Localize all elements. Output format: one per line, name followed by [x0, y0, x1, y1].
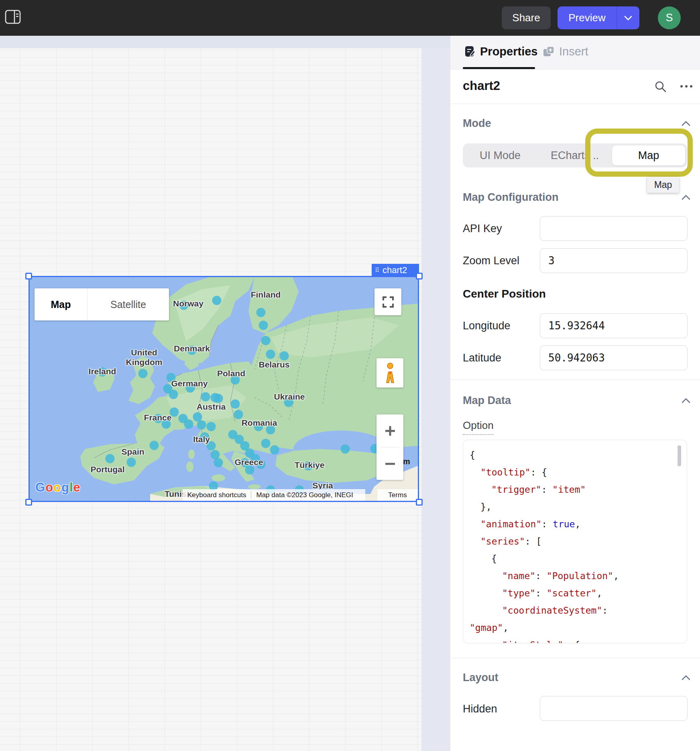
mode-option-echarts[interactable]: ECharts .. — [537, 149, 612, 162]
mode-section-header: Mode — [463, 117, 491, 130]
mode-option-map[interactable]: Map — [612, 145, 685, 165]
google-logo-letter: l — [69, 480, 73, 494]
resize-handle-bottom-right[interactable] — [416, 499, 423, 506]
user-avatar[interactable]: S — [658, 6, 681, 29]
tab-insert-label: Insert — [559, 45, 588, 58]
code-line: { — [470, 550, 687, 567]
terms-link[interactable]: Terms — [388, 491, 407, 499]
divider — [450, 104, 700, 104]
map-widget[interactable]: FinlandNorwayDenmarkUnited KingdomIrelan… — [28, 276, 419, 502]
chevron-down-icon — [624, 16, 632, 20]
scale-bar-label: m — [403, 457, 410, 466]
code-scrollbar-thumb[interactable] — [678, 445, 681, 466]
resize-handle-bottom-left[interactable] — [25, 499, 32, 506]
latitude-input[interactable] — [540, 345, 688, 370]
code-line: "series": [ — [470, 533, 687, 550]
preview-button[interactable]: Preview — [558, 6, 617, 29]
divider — [450, 658, 700, 658]
zoom-level-label: Zoom Level — [463, 255, 519, 267]
code-line: "type": "scatter", — [470, 585, 687, 602]
resize-handle-top-left[interactable] — [25, 273, 32, 280]
code-line: "animation": true, — [470, 516, 687, 533]
scatter-dot — [254, 422, 263, 431]
scatter-dot — [187, 346, 197, 355]
share-button[interactable]: Share — [502, 6, 551, 29]
google-logo-letter: g — [61, 480, 69, 494]
mode-segmented-control: UI Mode ECharts .. Map — [463, 143, 687, 167]
scatter-dot — [179, 301, 189, 310]
scatter-dot — [127, 458, 136, 467]
api-key-label: API Key — [463, 222, 502, 235]
active-tab-underline — [463, 67, 535, 69]
canvas-top-margin — [0, 36, 450, 48]
scatter-dot — [231, 376, 240, 385]
zoom-in-button[interactable] — [376, 414, 403, 447]
terms-bar: Terms — [377, 489, 418, 501]
collapse-chevron-icon[interactable] — [682, 675, 690, 680]
scatter-dot — [280, 351, 289, 361]
keyboard-shortcuts-link[interactable]: Keyboard shortcuts — [183, 491, 251, 499]
scatter-dot — [207, 422, 216, 431]
search-icon[interactable] — [654, 80, 666, 92]
code-line: }, — [470, 498, 687, 516]
attribution-bar: Keyboard shortcuts Map data ©2023 Google… — [183, 489, 365, 501]
hidden-input[interactable] — [540, 696, 688, 721]
latitude-label: Latitude — [463, 352, 501, 364]
code-line: { — [470, 447, 687, 464]
pegman-icon — [383, 363, 397, 384]
sidebar-toggle-icon[interactable] — [5, 10, 21, 24]
drag-handle-icon: ⠿ — [375, 267, 380, 274]
tab-properties[interactable]: Properties — [465, 45, 537, 58]
code-line: "gmap", — [470, 619, 687, 637]
map-type-map-button[interactable]: Map — [35, 288, 88, 320]
code-line: "tooltip": { — [470, 464, 687, 481]
google-logo-letter: o — [45, 480, 53, 494]
preview-dropdown-button[interactable] — [617, 6, 639, 29]
google-logo[interactable]: Google — [35, 480, 81, 495]
collapse-chevron-icon[interactable] — [682, 120, 690, 126]
collapse-chevron-icon[interactable] — [682, 194, 690, 200]
mode-option-ui[interactable]: UI Mode — [463, 149, 537, 162]
top-bar: Share Preview S — [0, 0, 700, 36]
properties-icon — [465, 46, 476, 58]
map-type-control: Map Satellite — [35, 288, 169, 320]
pegman-button[interactable] — [376, 358, 403, 388]
option-label: Option — [463, 419, 494, 435]
google-logo-letter: e — [73, 480, 81, 494]
scatter-dot — [197, 420, 206, 430]
api-key-input[interactable] — [540, 216, 688, 241]
hidden-label: Hidden — [463, 703, 497, 715]
plus-icon — [384, 425, 396, 437]
chart-drag-badge[interactable]: ⠿ chart2 — [372, 264, 419, 276]
collapse-chevron-icon[interactable] — [682, 398, 690, 403]
zoom-out-button[interactable] — [376, 447, 403, 480]
tab-insert[interactable]: Insert — [543, 45, 588, 58]
code-line: "trigger": "item" — [470, 481, 687, 498]
scatter-dot — [186, 384, 195, 393]
scatter-dot — [200, 433, 210, 442]
scatter-dot — [169, 390, 178, 399]
center-position-header: Center Position — [463, 288, 546, 300]
zoom-level-input[interactable] — [540, 248, 688, 273]
scatter-dot — [284, 398, 293, 407]
scatter-dot — [207, 441, 216, 451]
scatter-dot — [231, 400, 240, 409]
scatter-dot — [259, 321, 268, 330]
longitude-input[interactable] — [540, 313, 688, 338]
more-options-icon[interactable] — [680, 84, 693, 88]
option-code-editor[interactable]: {"tooltip": {"trigger": "item"},"animati… — [463, 440, 687, 643]
scatter-dot — [211, 393, 220, 402]
scatter-dot — [167, 373, 176, 382]
minus-icon — [384, 458, 396, 470]
scatter-dot — [304, 461, 313, 471]
scatter-dot — [138, 369, 148, 378]
resize-handle-top-right[interactable] — [416, 273, 423, 280]
insert-icon — [543, 46, 555, 58]
option-code-lines: {"tooltip": {"trigger": "item"},"animati… — [470, 447, 687, 643]
fullscreen-button[interactable] — [374, 288, 401, 315]
tab-properties-label: Properties — [480, 45, 537, 58]
google-map[interactable]: FinlandNorwayDenmarkUnited KingdomIrelan… — [30, 277, 418, 501]
map-type-satellite-button[interactable]: Satellite — [88, 288, 169, 320]
scatter-dot — [154, 414, 163, 423]
fullscreen-icon — [382, 296, 395, 308]
